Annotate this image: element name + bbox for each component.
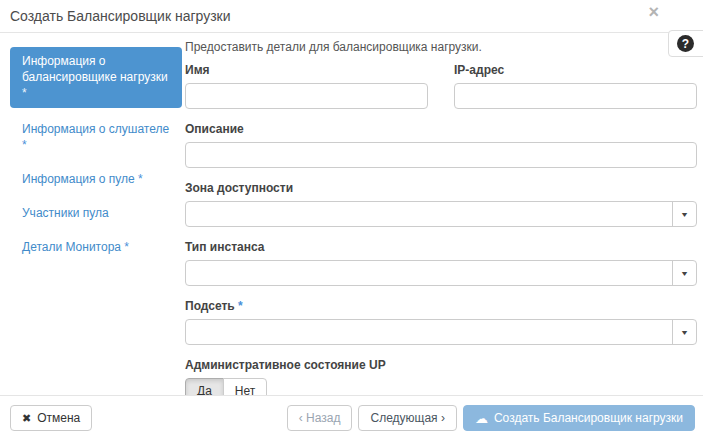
tab-label: Детали Монитора [22, 240, 121, 254]
tab-pool-info[interactable]: Информация о пуле * [10, 162, 182, 196]
next-button[interactable]: Следующая › [358, 405, 456, 431]
dialog-footer: ✖ Отмена ‹ Назад Следующая › ☁ Создать Б… [0, 395, 703, 441]
instance-type-label: Тип инстанса [185, 240, 697, 254]
name-label: Имя [185, 63, 428, 77]
description-field[interactable] [185, 142, 697, 168]
cloud-upload-icon: ☁ [475, 412, 488, 425]
caret-down-icon: ▼ [680, 211, 689, 218]
subnet-label: Подсеть * [185, 299, 697, 313]
tab-loadbalancer-info[interactable]: Информация о балансировщике нагрузки * [10, 47, 182, 108]
admin-state-label: Административное состояние UP [185, 358, 697, 372]
availability-zone-label: Зона доступности [185, 181, 697, 195]
instance-type-select[interactable]: ▼ [185, 260, 697, 286]
dialog-title: Создать Балансировщик нагрузки [10, 8, 231, 24]
ip-address-label: IP-адрес [454, 63, 697, 77]
required-asterisk: * [138, 172, 143, 186]
required-asterisk: * [22, 86, 27, 100]
submit-label: Создать Балансировщик нагрузки [494, 411, 683, 425]
required-asterisk: * [124, 240, 129, 254]
tab-label: Участники пула [22, 206, 109, 220]
dropdown-caret-box[interactable]: ▼ [672, 320, 696, 344]
form-intro-text: Предоставить детали для балансировщика н… [185, 40, 697, 54]
cancel-button[interactable]: ✖ Отмена [10, 405, 92, 431]
create-load-balancer-dialog: Создать Балансировщик нагрузки × ? Инфор… [0, 0, 703, 441]
required-asterisk: * [22, 138, 27, 152]
loadbalancer-form: Предоставить детали для балансировщика н… [185, 40, 697, 417]
availability-zone-select[interactable]: ▼ [185, 201, 697, 227]
ip-address-field[interactable] [454, 83, 697, 109]
tab-pool-members[interactable]: Участники пула [10, 196, 182, 230]
required-asterisk: * [238, 299, 243, 313]
tab-label: Информация о балансировщике нагрузки [22, 54, 168, 84]
description-label: Описание [185, 122, 697, 136]
footer-right-buttons: ‹ Назад Следующая › ☁ Создать Балансиров… [287, 405, 695, 431]
selected-value [186, 261, 672, 285]
submit-button[interactable]: ☁ Создать Балансировщик нагрузки [463, 405, 695, 431]
name-field[interactable] [185, 83, 428, 109]
caret-down-icon: ▼ [680, 329, 689, 336]
subnet-label-text: Подсеть [185, 299, 235, 313]
subnet-select[interactable]: ▼ [185, 319, 697, 345]
selected-value [186, 202, 672, 226]
cancel-label: Отмена [37, 411, 80, 425]
tab-label: Информация о пуле [22, 172, 135, 186]
dropdown-caret-box[interactable]: ▼ [672, 202, 696, 226]
caret-down-icon: ▼ [680, 270, 689, 277]
selected-value [186, 320, 672, 344]
back-button[interactable]: ‹ Назад [287, 405, 353, 431]
close-icon[interactable]: × [648, 3, 659, 21]
tab-label: Информация о слушателе [22, 122, 169, 136]
dialog-header: Создать Балансировщик нагрузки × [0, 0, 703, 33]
tab-listener-info[interactable]: Информация о слушателе * [10, 112, 182, 162]
tab-monitor-details[interactable]: Детали Монитора * [10, 230, 182, 264]
wizard-tabs: Информация о балансировщике нагрузки * И… [10, 47, 182, 265]
cancel-x-icon: ✖ [22, 412, 31, 425]
dropdown-caret-box[interactable]: ▼ [672, 261, 696, 285]
